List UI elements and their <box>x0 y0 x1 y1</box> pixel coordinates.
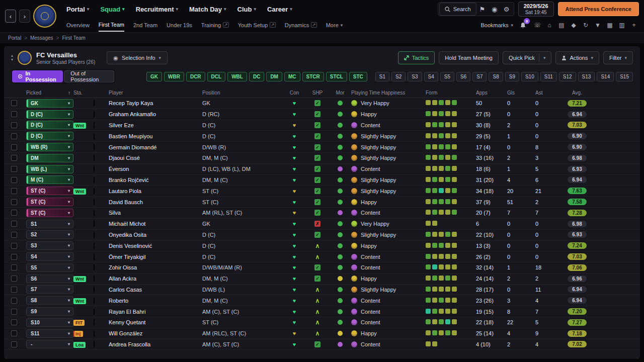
picked-dropdown[interactable]: ST (C)▾ <box>26 187 73 195</box>
menu-match-day[interactable]: Match Day ▾ <box>189 6 226 13</box>
table-row[interactable]: GK▾ Recep Tayip Kaya GK ♥ ✓ Very Happy 5… <box>4 98 640 109</box>
player-name[interactable]: Zohir Oissa <box>109 264 202 270</box>
row-checkbox[interactable] <box>11 155 17 161</box>
slot-filter-s7[interactable]: S7 <box>472 72 487 81</box>
column-position[interactable]: Position <box>202 90 283 96</box>
slot-filter-s2[interactable]: S2 <box>391 72 406 81</box>
picked-dropdown[interactable]: GK▾ <box>26 99 73 108</box>
actions-dropdown[interactable]: Actions ▾ <box>555 51 599 64</box>
in-possession-button[interactable]: In Possession <box>12 70 63 82</box>
player-name[interactable]: Carlos Casas <box>109 287 202 293</box>
refresh-icon[interactable]: ↻ <box>581 20 591 30</box>
tab-under-19s[interactable]: Under 19s <box>167 20 192 31</box>
player-name[interactable]: Graham Ankamafio <box>109 111 202 117</box>
player-name[interactable]: Silver Eze <box>109 122 202 128</box>
picked-dropdown[interactable]: S9▾ <box>26 307 73 316</box>
table-row[interactable]: D (C)▾ Wnt Silver Eze D (C) ♥ ✓ Content … <box>4 120 640 131</box>
table-row[interactable]: ST (C)▾ David Bausch ST (C) ♥ ✓ Happy 37… <box>4 197 640 208</box>
table-row[interactable]: S11▾ Inj Will González AM (RLC), ST (C) … <box>4 328 640 339</box>
table-row[interactable]: M (C)▾ Branko Rojčević DM, M (C) ♥ ✓ Sli… <box>4 175 640 186</box>
row-checkbox[interactable] <box>11 319 17 325</box>
position-filter-stcl[interactable]: STCL <box>326 72 347 81</box>
row-checkbox[interactable] <box>11 210 17 216</box>
stadium-icon[interactable]: ⌂ <box>544 20 554 30</box>
column-form[interactable]: Form <box>426 90 476 96</box>
column-shp[interactable]: SHP <box>306 90 329 96</box>
slot-filter-s11[interactable]: S11 <box>540 72 557 81</box>
menu-portal[interactable]: Portal ▾ <box>66 6 89 13</box>
table-row[interactable]: S4▾ Ömer Tiryakigil D (C) ♥ ∧ Content 26… <box>4 251 640 262</box>
slot-filter-s5[interactable]: S5 <box>440 72 454 81</box>
position-filter-wbr[interactable]: WBR <box>164 72 184 81</box>
calendar-icon[interactable]: ▦ <box>605 20 615 30</box>
quick-pick-button[interactable]: Quick Pick ▾ <box>503 51 552 64</box>
out-of-possession-button[interactable]: Out of Possession <box>64 70 114 82</box>
row-checkbox[interactable] <box>11 287 17 293</box>
phone-icon[interactable]: ☏ <box>532 20 542 30</box>
player-name[interactable]: Roberto <box>109 298 202 304</box>
filter-dropdown[interactable]: Filter ▾ <box>603 51 633 64</box>
player-name[interactable]: Onyedika Osita <box>109 232 202 238</box>
row-checkbox[interactable] <box>11 111 17 117</box>
column-sta[interactable]: Sta. <box>73 90 94 96</box>
row-checkbox[interactable] <box>11 254 17 260</box>
picked-dropdown[interactable]: ST (C)▾ <box>26 209 73 217</box>
player-name[interactable]: Branko Rojčević <box>109 177 202 183</box>
table-row[interactable]: WB (L)▾ Éverson D (LC), WB (L), DM ♥ ✓ C… <box>4 164 640 175</box>
attend-press-conference-button[interactable]: Attend Press Conference <box>558 2 639 16</box>
back-button[interactable]: ‹ <box>5 10 16 23</box>
player-name[interactable]: Andrea Frascolla <box>109 341 202 347</box>
row-checkbox[interactable] <box>11 188 17 194</box>
table-row[interactable]: S8▾ Wnt Roberto DM, M (C) ♥ ∧ Content 23… <box>4 295 640 306</box>
row-checkbox[interactable] <box>11 177 17 183</box>
position-filter-stc[interactable]: STC <box>349 72 367 81</box>
picked-dropdown[interactable]: DM▾ <box>26 154 73 162</box>
search-input[interactable]: Search <box>439 3 476 16</box>
player-name[interactable]: Recep Tayip Kaya <box>109 100 202 106</box>
table-row[interactable]: S3▾ Denis Veselinović D (C) ♥ ∧ Happy 13… <box>4 240 640 251</box>
breadcrumb-item-portal[interactable]: Portal <box>8 35 21 41</box>
analysis-icon[interactable]: ◆ <box>569 20 579 30</box>
scroll-arrows[interactable]: ▴▾ <box>11 54 13 62</box>
table-row[interactable]: D (C)▾ Bastien Meupiyou D (C) ♥ ✓ Slight… <box>4 131 640 142</box>
picked-dropdown[interactable]: D (C)▾ <box>26 121 73 129</box>
row-checkbox[interactable] <box>11 264 17 270</box>
picked-dropdown[interactable]: ST (C)▾ <box>26 198 73 206</box>
bookmarks-dropdown[interactable]: Bookmarks ▾ <box>480 22 513 28</box>
table-row[interactable]: S6▾ Wnt Allan Ackra DM, M (C) ♥ ✓ Happy … <box>4 274 640 285</box>
gear-icon[interactable]: ⚙ <box>501 3 513 15</box>
row-checkbox[interactable] <box>11 133 17 139</box>
row-checkbox[interactable] <box>11 166 17 172</box>
slot-filter-s3[interactable]: S3 <box>408 72 422 81</box>
position-filter-mc[interactable]: MC <box>284 72 300 81</box>
row-checkbox[interactable] <box>11 100 17 106</box>
slot-filter-s14[interactable]: S14 <box>597 72 614 81</box>
table-row[interactable]: S1▾ Michaël Michot GK ♥ ✗ Very Happy 6 0… <box>4 219 640 230</box>
picked-dropdown[interactable]: S3▾ <box>26 241 73 250</box>
player-name[interactable]: Will González <box>109 330 202 336</box>
row-checkbox[interactable] <box>11 298 17 304</box>
table-row[interactable]: D (C)▾ Graham Ankamafio D (RC) ♥ ✓ Happy… <box>4 109 640 120</box>
picked-dropdown[interactable]: D (C)▾ <box>26 132 73 140</box>
tab-training[interactable]: Training ↗ <box>201 20 229 31</box>
column-con[interactable]: Con <box>283 90 306 96</box>
picked-dropdown[interactable]: S11▾ <box>26 329 73 338</box>
slot-filter-s6[interactable]: S6 <box>456 72 470 81</box>
player-name[interactable]: Ömer Tiryakigil <box>109 254 202 260</box>
menu-club[interactable]: Club ▾ <box>237 6 256 13</box>
table-row[interactable]: S7▾ Carlos Casas D/WB (L) ♥ ∧ Slightly H… <box>4 285 640 296</box>
player-name[interactable]: Éverson <box>109 166 202 172</box>
tab-youth-setup[interactable]: Youth Setup ↗ <box>238 20 276 31</box>
tab-more[interactable]: More ▾ <box>326 20 343 31</box>
column-mor[interactable]: Mor <box>329 90 351 96</box>
tab-2nd-team[interactable]: 2nd Team <box>133 20 157 31</box>
menu-recruitment[interactable]: Recruitment ▾ <box>136 6 178 13</box>
column-avg[interactable]: Avg. <box>559 90 595 96</box>
table-row[interactable]: S2▾ Onyedika Osita D (C) ♥ ✓ Slightly Ha… <box>4 230 640 241</box>
slot-filter-s15[interactable]: S15 <box>616 72 633 81</box>
picked-dropdown[interactable]: WB (L)▾ <box>26 165 73 173</box>
row-checkbox[interactable] <box>11 232 17 238</box>
column-ast[interactable]: Ast <box>535 90 559 96</box>
row-checkbox[interactable] <box>11 276 17 282</box>
table-row[interactable]: -▾ Loa Andrea Frascolla AM (C), ST (C) ♥… <box>4 339 640 350</box>
